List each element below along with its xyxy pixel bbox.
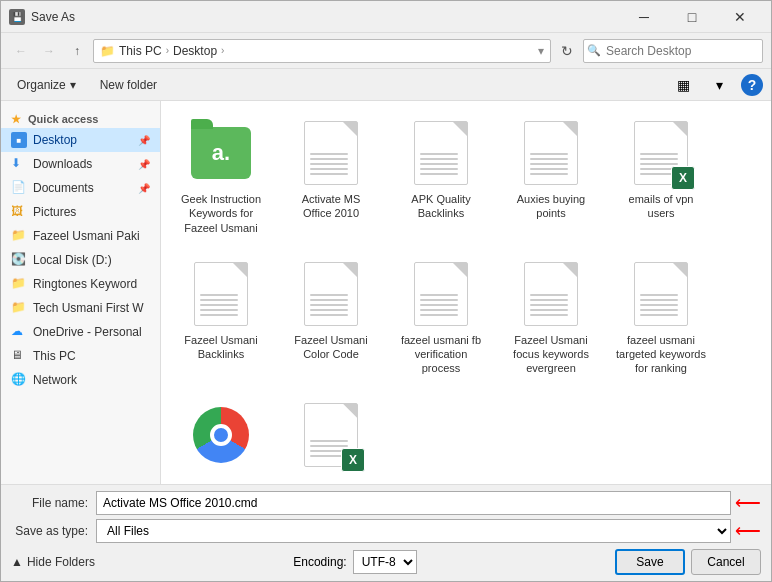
sidebar-item-documents[interactable]: 📄 Documents 📌 bbox=[1, 176, 160, 200]
sidebar-item-tech-usmani-label: Tech Usmani First W bbox=[33, 301, 144, 315]
bottom-bar: File name: ⟵ Save as type: All Files ⟵ ▲… bbox=[1, 484, 771, 581]
breadcrumb-separator-2: › bbox=[221, 45, 224, 56]
list-item[interactable]: fazeel usmani fb verification process bbox=[391, 252, 491, 383]
maximize-button[interactable]: □ bbox=[669, 1, 715, 33]
pictures-icon: 🖼 bbox=[11, 204, 27, 220]
toolbar: Organize ▾ New folder ▦ ▾ ? bbox=[1, 69, 771, 101]
forward-button[interactable]: → bbox=[37, 39, 61, 63]
file-name: Fazeel Usmani Color Code bbox=[286, 333, 376, 362]
file-grid: a. Geek Instruction Keywords for Fazeel … bbox=[161, 101, 771, 484]
documents-icon: 📄 bbox=[11, 180, 27, 196]
desktop-icon: ■ bbox=[11, 132, 27, 148]
file-icon-focus bbox=[516, 259, 586, 329]
sidebar-item-ringtones[interactable]: 📁 Ringtones Keyword bbox=[1, 272, 160, 296]
sidebar-item-pictures[interactable]: 🖼 Pictures bbox=[1, 200, 160, 224]
filename-row: File name: ⟵ bbox=[11, 491, 761, 515]
sidebar-item-this-pc[interactable]: 🖥 This PC bbox=[1, 344, 160, 368]
file-name: Geek Instruction Keywords for Fazeel Usm… bbox=[176, 192, 266, 235]
pin-icon-docs: 📌 bbox=[138, 183, 150, 194]
cancel-button[interactable]: Cancel bbox=[691, 549, 761, 575]
sidebar-item-network[interactable]: 🌐 Network bbox=[1, 368, 160, 392]
organize-label: Organize bbox=[17, 78, 66, 92]
btn-group: Save Cancel bbox=[615, 549, 761, 575]
file-icon-backlinks bbox=[186, 259, 256, 329]
folder-icon-1: 📁 bbox=[11, 228, 27, 244]
arrow-icon-savetype: ⟵ bbox=[735, 520, 761, 542]
minimize-button[interactable]: ─ bbox=[621, 1, 667, 33]
view-dropdown-button[interactable]: ▾ bbox=[705, 73, 733, 97]
folder-icon-3: 📁 bbox=[11, 300, 27, 316]
sidebar-item-local-disk-label: Local Disk (D:) bbox=[33, 253, 112, 267]
close-button[interactable]: ✕ bbox=[717, 1, 763, 33]
new-folder-button[interactable]: New folder bbox=[92, 73, 165, 97]
list-item[interactable]: Auxies buying points bbox=[501, 111, 601, 242]
content-area: ★ Quick access ■ Desktop 📌 ⬇ Downloads 📌… bbox=[1, 101, 771, 484]
file-name: emails of vpn users bbox=[616, 192, 706, 221]
organize-arrow-icon: ▾ bbox=[70, 78, 76, 92]
file-name: fazeel usmani targeted keywords for rank… bbox=[616, 333, 706, 376]
sidebar-item-desktop[interactable]: ■ Desktop 📌 bbox=[1, 128, 160, 152]
list-item[interactable]: X bbox=[281, 393, 381, 481]
list-item[interactable]: X emails of vpn users bbox=[611, 111, 711, 242]
breadcrumb-bar[interactable]: 📁 This PC › Desktop › ▾ bbox=[93, 39, 551, 63]
savetype-label: Save as type: bbox=[11, 524, 96, 538]
file-icon-targeted bbox=[626, 259, 696, 329]
sidebar-item-downloads[interactable]: ⬇ Downloads 📌 bbox=[1, 152, 160, 176]
sidebar-item-this-pc-label: This PC bbox=[33, 349, 76, 363]
network-icon: 🌐 bbox=[11, 372, 27, 388]
refresh-button[interactable]: ↻ bbox=[555, 39, 579, 63]
list-item[interactable]: Activate MS Office 2010 bbox=[281, 111, 381, 242]
list-item[interactable]: APK Quality Backlinks bbox=[391, 111, 491, 242]
file-icon-auxies bbox=[516, 118, 586, 188]
file-icon-fb bbox=[406, 259, 476, 329]
file-name: Fazeel Usmani focus keywords evergreen bbox=[506, 333, 596, 376]
file-icon-activate bbox=[296, 118, 366, 188]
sidebar-item-network-label: Network bbox=[33, 373, 77, 387]
up-button[interactable]: ↑ bbox=[65, 39, 89, 63]
search-icon: 🔍 bbox=[588, 44, 602, 57]
hide-folders-label: Hide Folders bbox=[27, 555, 95, 569]
new-folder-label: New folder bbox=[100, 78, 157, 92]
pin-icon-dl: 📌 bbox=[138, 159, 150, 170]
search-input[interactable] bbox=[583, 39, 763, 63]
help-button[interactable]: ? bbox=[741, 74, 763, 96]
file-name: Auxies buying points bbox=[506, 192, 596, 221]
filename-input[interactable] bbox=[96, 491, 731, 515]
sidebar-item-local-disk[interactable]: 💽 Local Disk (D:) bbox=[1, 248, 160, 272]
onedrive-icon: ☁ bbox=[11, 324, 27, 340]
breadcrumb-thispc: This PC bbox=[119, 44, 162, 58]
hide-folders-button[interactable]: ▲ Hide Folders bbox=[11, 555, 95, 569]
view-button[interactable]: ▦ bbox=[669, 73, 697, 97]
excel-badge: X bbox=[671, 166, 695, 190]
list-item[interactable]: Fazeel Usmani Backlinks bbox=[171, 252, 271, 383]
sidebar-item-onedrive[interactable]: ☁ OneDrive - Personal bbox=[1, 320, 160, 344]
file-name: Fazeel Usmani Backlinks bbox=[176, 333, 266, 362]
sidebar-item-ringtones-label: Ringtones Keyword bbox=[33, 277, 137, 291]
title-bar: 💾 Save As ─ □ ✕ bbox=[1, 1, 771, 33]
sidebar-item-onedrive-label: OneDrive - Personal bbox=[33, 325, 142, 339]
sidebar-item-fazeel-pak[interactable]: 📁 Fazeel Usmani Paki bbox=[1, 224, 160, 248]
savetype-select[interactable]: All Files bbox=[96, 519, 731, 543]
quick-access-label: Quick access bbox=[28, 113, 98, 125]
sidebar-item-tech-usmani[interactable]: 📁 Tech Usmani First W bbox=[1, 296, 160, 320]
file-name: APK Quality Backlinks bbox=[396, 192, 486, 221]
organize-button[interactable]: Organize ▾ bbox=[9, 73, 84, 97]
arrow-icon-filename: ⟵ bbox=[735, 492, 761, 514]
list-item[interactable]: a. Geek Instruction Keywords for Fazeel … bbox=[171, 111, 271, 242]
save-button[interactable]: Save bbox=[615, 549, 685, 575]
file-icon-excel2: X bbox=[296, 400, 366, 470]
list-item[interactable] bbox=[171, 393, 271, 481]
sidebar-item-pictures-label: Pictures bbox=[33, 205, 76, 219]
filename-label: File name: bbox=[11, 496, 96, 510]
file-icon-chrome bbox=[186, 400, 256, 470]
pc-icon: 🖥 bbox=[11, 348, 27, 364]
window-icon: 💾 bbox=[9, 9, 25, 25]
back-button[interactable]: ← bbox=[9, 39, 33, 63]
drive-icon: 💽 bbox=[11, 252, 27, 268]
list-item[interactable]: fazeel usmani targeted keywords for rank… bbox=[611, 252, 711, 383]
sidebar-item-downloads-label: Downloads bbox=[33, 157, 92, 171]
list-item[interactable]: Fazeel Usmani Color Code bbox=[281, 252, 381, 383]
downloads-icon: ⬇ bbox=[11, 156, 27, 172]
encoding-select[interactable]: UTF-8 bbox=[353, 550, 417, 574]
list-item[interactable]: Fazeel Usmani focus keywords evergreen bbox=[501, 252, 601, 383]
